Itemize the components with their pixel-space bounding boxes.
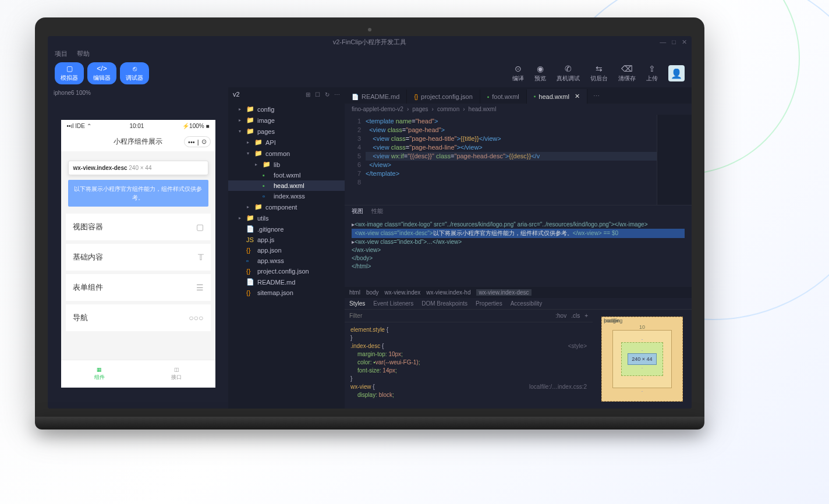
tree-folder-lib[interactable]: ▸📁lib <box>228 159 345 170</box>
simulator-device-label: iphone6 100% <box>48 87 228 98</box>
explorer-actions[interactable]: ⊞ ☐ ↻ ⋯ <box>306 91 340 98</box>
devtools-top-tabs: 视图 性能 <box>345 205 692 217</box>
tree-folder-image[interactable]: ▸📁image <box>228 115 345 126</box>
file-tree: ▸📁config▸📁image▾📁pages▸📁API▾📁common▸📁lib… <box>228 101 345 409</box>
phone-capsule[interactable]: •••|⊙ <box>184 136 210 147</box>
user-avatar[interactable]: 👤 <box>668 65 685 81</box>
toolbar: ▢模拟器 </>编辑器 ⎋调试器 ⊙编译 ◉预览 ✆真机调试 ⇆切后台 ⌫清缓存… <box>48 59 692 87</box>
window-controls[interactable]: — □ ✕ <box>660 38 687 46</box>
tab-api[interactable]: ◫接口 <box>138 360 215 388</box>
tab-head-wxml[interactable]: ▪head.wxml✕ <box>527 89 587 104</box>
box-model: margin10 border- padding- 240 × 44 - - - <box>593 310 692 409</box>
container-icon: ▢ <box>196 222 204 232</box>
phone-tab-bar: ▦组件 ◫接口 <box>61 360 215 388</box>
highlighted-element[interactable]: 以下将展示小程序官方组件能力，组件样式仅供参考。 <box>68 180 208 207</box>
menu-project[interactable]: 项目 <box>55 49 68 58</box>
dom-tree[interactable]: ▸<wx-image class="index-logo" src="../re… <box>345 217 692 287</box>
tab-performance[interactable]: 性能 <box>371 207 383 215</box>
ide-window: v2-FinClip小程序开发工具 — □ ✕ 项目 帮助 ▢模拟器 </>编辑… <box>48 36 692 409</box>
device-debug-button[interactable]: ✆真机调试 <box>557 64 580 83</box>
filter-input[interactable] <box>349 313 555 319</box>
tree-file-head-wxml[interactable]: ▪head.wxml <box>228 180 345 191</box>
tab-styles[interactable]: Styles <box>349 300 365 307</box>
styles-tabs: Styles Event Listeners DOM Breakpoints P… <box>345 298 692 310</box>
form-icon: ☰ <box>196 283 204 292</box>
upload-button[interactable]: ⇪上传 <box>646 64 658 83</box>
background-button[interactable]: ⇆切后台 <box>590 64 608 83</box>
title-bar: v2-FinClip小程序开发工具 — □ ✕ <box>48 36 692 48</box>
tree-file-sitemap-json[interactable]: {}sitemap.json <box>228 288 345 298</box>
clear-cache-button[interactable]: ⌫清缓存 <box>618 64 636 83</box>
mode-debugger-button[interactable]: ⎋调试器 <box>120 62 149 84</box>
tab-project-config[interactable]: {}project.config.json <box>407 90 480 104</box>
tab-accessibility[interactable]: Accessibility <box>511 300 542 307</box>
tree-folder-common[interactable]: ▾📁common <box>228 148 345 159</box>
menu-bar: 项目 帮助 <box>48 48 692 59</box>
phone-title: 小程序组件展示 <box>114 137 162 147</box>
css-rules[interactable]: element.style { } .index-desc { <style> … <box>345 322 593 403</box>
editor-area: 📄README.md {}project.config.json ▪foot.w… <box>345 87 692 409</box>
menu-help[interactable]: 帮助 <box>77 49 90 58</box>
simulator-panel: iphone6 100% ••ıl IDE ⌃ 10:01 ⚡100% ■ 小程… <box>48 87 228 409</box>
mode-simulator-button[interactable]: ▢模拟器 <box>55 62 84 84</box>
tab-readme[interactable]: 📄README.md <box>345 90 407 104</box>
list-item[interactable]: 导航○○○ <box>66 304 211 331</box>
nav-icon: ○○○ <box>189 313 203 322</box>
devtools: 视图 性能 ▸<wx-image class="index-logo" src=… <box>345 205 692 409</box>
tree-file-index-wxss[interactable]: ▫index.wxss <box>228 191 345 201</box>
tabs-overflow[interactable]: ⋯ <box>587 89 605 104</box>
tree-file--gitignore[interactable]: 📄.gitignore <box>228 223 345 235</box>
tree-folder-config[interactable]: ▸📁config <box>228 104 345 115</box>
element-inspect-tooltip: wx-view.index-desc 240 × 44 <box>68 161 208 175</box>
tree-file-app-js[interactable]: JSapp.js <box>228 235 345 245</box>
list-item[interactable]: 表单组件☰ <box>66 274 211 301</box>
mode-editor-button[interactable]: </>编辑器 <box>87 62 116 84</box>
dom-breadcrumb[interactable]: html body wx-view.index wx-view.index-hd… <box>345 287 692 298</box>
compile-button[interactable]: ⊙编译 <box>512 64 524 83</box>
phone-status-bar: ••ıl IDE ⌃ 10:01 ⚡100% ■ <box>61 120 215 133</box>
tree-file-app-json[interactable]: {}app.json <box>228 245 345 255</box>
text-icon: 𝕋 <box>198 253 204 262</box>
tree-folder-utils[interactable]: ▸📁utils <box>228 212 345 223</box>
list-item[interactable]: 基础内容𝕋 <box>66 244 211 271</box>
phone-nav-bar: 小程序组件展示 •••|⊙ <box>61 133 215 151</box>
close-icon[interactable]: ✕ <box>575 93 580 100</box>
phone-simulator: ••ıl IDE ⌃ 10:01 ⚡100% ■ 小程序组件展示 •••|⊙ w… <box>61 120 215 388</box>
list-item[interactable]: 视图容器▢ <box>66 214 211 240</box>
tab-dom-breakpoints[interactable]: DOM Breakpoints <box>421 300 467 307</box>
preview-button[interactable]: ◉预览 <box>534 64 546 83</box>
tree-file-foot-wxml[interactable]: ▪foot.wxml <box>228 170 345 180</box>
window-title: v2-FinClip小程序开发工具 <box>333 38 407 47</box>
tree-folder-pages[interactable]: ▾📁pages <box>228 126 345 137</box>
code-editor[interactable]: 12345678 <template name="head"> <view cl… <box>345 115 692 205</box>
tree-file-README-md[interactable]: 📄README.md <box>228 276 345 288</box>
tree-file-project-config-json[interactable]: {}project.config.json <box>228 266 345 276</box>
api-icon: ◫ <box>174 367 179 372</box>
editor-tabs: 📄README.md {}project.config.json ▪foot.w… <box>345 87 692 104</box>
breadcrumb[interactable]: fino-applet-demo-v2› pages› common› head… <box>345 104 692 115</box>
file-explorer: v2 ⊞ ☐ ↻ ⋯ ▸📁config▸📁image▾📁pages▸📁API▾📁… <box>228 87 345 409</box>
tree-file-app-wxss[interactable]: ▫app.wxss <box>228 255 345 266</box>
project-root: v2 <box>233 91 240 98</box>
laptop-frame: v2-FinClip小程序开发工具 — □ ✕ 项目 帮助 ▢模拟器 </>编辑… <box>35 17 704 430</box>
minimap[interactable] <box>657 115 692 205</box>
tab-components[interactable]: ▦组件 <box>61 360 139 388</box>
grid-icon: ▦ <box>97 367 102 372</box>
tree-folder-component[interactable]: ▸📁component <box>228 201 345 212</box>
tab-view[interactable]: 视图 <box>352 207 363 215</box>
tab-foot-wxml[interactable]: ▪foot.wxml <box>480 90 527 104</box>
tab-event-listeners[interactable]: Event Listeners <box>373 300 413 307</box>
tab-properties[interactable]: Properties <box>476 300 502 307</box>
tree-folder-API[interactable]: ▸📁API <box>228 137 345 148</box>
